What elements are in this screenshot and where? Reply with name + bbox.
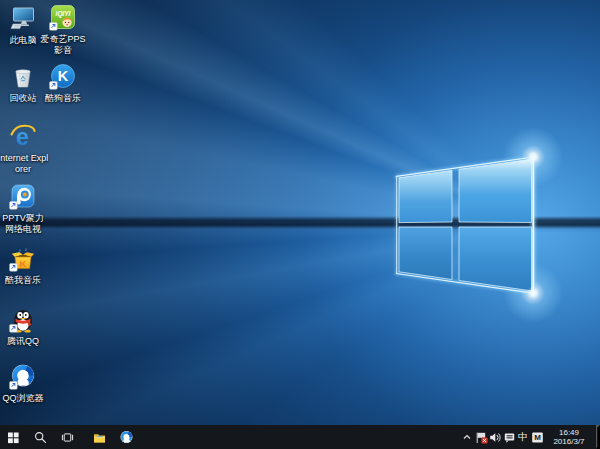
ime-mode-button[interactable]: M <box>530 425 544 449</box>
iqiyi-pps-icon: iQIYI <box>49 3 77 31</box>
desktop-icon-label: 爱奇艺PPS 影音 <box>37 34 89 56</box>
task-view-icon <box>61 431 74 444</box>
clock-date: 2016/3/7 <box>553 437 584 447</box>
recycle-bin-icon <box>9 62 37 90</box>
clock-time: 16:49 <box>559 428 579 438</box>
search-button[interactable] <box>27 425 54 449</box>
tencent-qq-icon <box>9 305 37 333</box>
qq-browser-icon <box>119 430 134 445</box>
kuwo-k-glyph: K <box>20 258 27 269</box>
shortcut-arrow-badge <box>50 82 58 90</box>
kuwo-music-icon: ♪ ♪ K <box>9 244 37 272</box>
start-button[interactable] <box>0 425 27 449</box>
taskbar-clock[interactable]: 16:49 2016/3/7 <box>544 425 596 449</box>
ime-indicator-text: M <box>534 433 541 442</box>
this-pc-icon <box>9 4 37 32</box>
desktop-icon-label: 酷我音乐 <box>5 275 41 286</box>
shortcut-arrow-badge <box>10 325 18 333</box>
desktop-icon-qq-browser[interactable]: QQ浏览器 <box>0 362 49 404</box>
desktop-icon-label: PPTV聚力 网络电视 <box>0 213 49 235</box>
pptv-icon <box>9 182 37 210</box>
desktop-icon-label: QQ浏览器 <box>2 393 43 404</box>
shortcut-arrow-badge <box>50 23 58 31</box>
desktop-icon-label: 回收站 <box>10 93 37 104</box>
action-center-button[interactable] <box>502 425 516 449</box>
kugou-k-glyph: K <box>58 68 69 84</box>
volume-button[interactable] <box>488 425 502 449</box>
tray-expand-button[interactable] <box>460 425 474 449</box>
desktop-icon-internet-explorer[interactable]: e Internet Explorer <box>0 122 49 175</box>
file-explorer-icon <box>93 431 106 444</box>
show-desktop-button[interactable] <box>596 425 600 449</box>
shortcut-arrow-badge <box>10 202 18 210</box>
chevron-up-icon <box>462 432 472 442</box>
security-flag-icon <box>475 431 488 444</box>
task-view-button[interactable] <box>54 425 81 449</box>
desktop-icon-label: 腾讯QQ <box>7 336 39 347</box>
shortcut-arrow-badge <box>10 264 18 272</box>
system-tray: 中 M 16:49 2016/3/7 <box>460 425 600 449</box>
kugou-music-icon: K <box>49 62 77 90</box>
search-icon <box>34 431 47 444</box>
internet-explorer-icon: e <box>9 122 37 150</box>
file-explorer-button[interactable] <box>86 425 113 449</box>
security-flag-button[interactable] <box>474 425 488 449</box>
desktop-icon-kugou-music[interactable]: K 酷狗音乐 <box>37 62 89 104</box>
speaker-icon <box>489 431 502 444</box>
windows-logo-icon <box>7 431 20 444</box>
language-indicator-text: 中 <box>518 432 528 442</box>
desktop-icon-pptv[interactable]: PPTV聚力 网络电视 <box>0 182 49 235</box>
language-indicator[interactable]: 中 <box>516 425 530 449</box>
taskbar: 中 M 16:49 2016/3/7 <box>0 425 600 449</box>
qq-browser-taskbar-button[interactable] <box>113 425 140 449</box>
ime-m-icon: M <box>531 431 544 444</box>
desktop: 此电脑 iQIYI 爱奇艺PPS 影音 <box>0 0 600 449</box>
desktop-icon-tencent-qq[interactable]: 腾讯QQ <box>0 305 49 347</box>
music-note-glyph: ♪ <box>25 246 28 252</box>
wallpaper-windows-hero <box>0 0 600 449</box>
desktop-icon-iqiyi-pps[interactable]: iQIYI 爱奇艺PPS 影音 <box>37 3 89 56</box>
windows-logo-window <box>0 0 600 449</box>
iqiyi-wordmark: iQIYI <box>56 10 71 18</box>
desktop-icon-kuwo-music[interactable]: ♪ ♪ K 酷我音乐 <box>0 244 49 286</box>
action-center-icon <box>503 431 516 444</box>
qq-browser-icon <box>9 362 37 390</box>
shortcut-arrow-badge <box>10 382 18 390</box>
desktop-icon-label: 此电脑 <box>10 35 37 46</box>
desktop-icon-label: Internet Explorer <box>0 153 49 175</box>
desktop-icon-label: 酷狗音乐 <box>45 93 81 104</box>
